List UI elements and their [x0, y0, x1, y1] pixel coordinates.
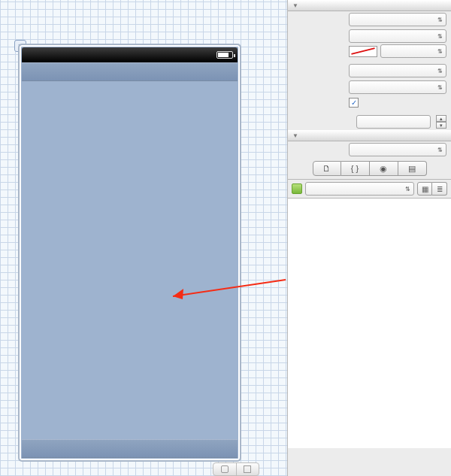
separator-color-select[interactable]: ⇅ [380, 44, 446, 58]
chevron-updown-icon: ⇅ [437, 68, 443, 74]
chevron-updown-icon: ⇅ [437, 147, 443, 153]
inspector-panel: ▼ ⇅ ⇅ ⇅ ⇅ ⇅ [287, 0, 451, 476]
objects-cube-icon [292, 183, 302, 194]
section-header[interactable] [22, 62, 238, 81]
disclosure-triangle-icon: ▼ [292, 132, 298, 139]
scroll-view-section-header[interactable]: ▼ [288, 130, 451, 141]
canvas-view-toggle[interactable] [213, 462, 259, 476]
index-row-limit-field[interactable] [356, 115, 431, 129]
object-tab-icon[interactable]: ◉ [370, 161, 398, 176]
library-tab-bar[interactable]: 🗋 { } ◉ ▤ [288, 158, 451, 180]
braces-tab-icon[interactable]: { } [341, 161, 370, 176]
library-view-mode[interactable]: ▦ ≣ [417, 182, 447, 196]
index-row-limit-input[interactable] [360, 117, 427, 127]
table-view-section-header[interactable]: ▼ [288, 0, 451, 11]
chevron-updown-icon: ⇅ [437, 33, 443, 40]
separator-select[interactable]: ⇅ [349, 29, 446, 43]
status-bar [22, 47, 238, 62]
disclosure-triangle-icon: ▼ [292, 2, 298, 9]
file-tab-icon[interactable]: 🗋 [313, 161, 341, 176]
battery-icon [216, 51, 233, 59]
editing-select[interactable]: ⇅ [349, 80, 446, 94]
section-footer[interactable] [22, 439, 238, 458]
separator-color-swatch[interactable] [349, 46, 377, 57]
library-selector[interactable]: ⇅ [305, 182, 414, 196]
interface-builder-canvas[interactable]: × [0, 0, 287, 476]
chevron-updown-icon: ⇅ [437, 17, 443, 23]
object-library-list[interactable] [288, 199, 451, 448]
scroll-style-select[interactable]: ⇅ [349, 143, 446, 156]
selection-select[interactable]: ⇅ [349, 64, 446, 77]
table-view-preview[interactable] [22, 81, 238, 439]
grid-view-icon[interactable]: ▦ [417, 182, 432, 196]
device-preview [18, 44, 241, 462]
index-row-limit-stepper[interactable]: ▴▾ [436, 115, 446, 129]
media-tab-icon[interactable]: ▤ [398, 161, 427, 176]
style-select[interactable]: ⇅ [349, 13, 446, 26]
list-view-icon[interactable]: ≣ [432, 182, 447, 196]
chevron-updown-icon: ⇅ [437, 48, 443, 55]
chevron-updown-icon: ⇅ [437, 84, 443, 91]
chevron-updown-icon: ⇅ [405, 186, 410, 193]
show-selection-checkbox[interactable]: ✓ [349, 98, 359, 108]
